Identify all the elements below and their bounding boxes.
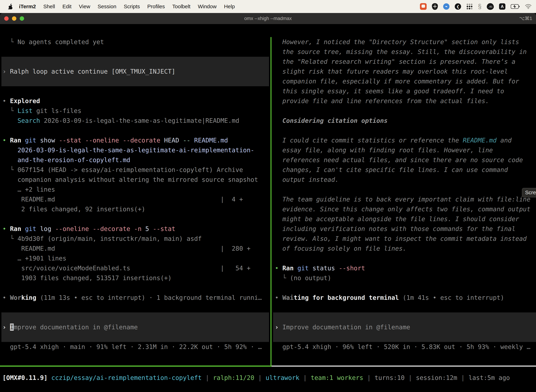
battery-icon[interactable] xyxy=(511,4,520,9)
battery-61-badge-icon[interactable]: ..61 xyxy=(487,3,494,10)
screen-share-tooltip[interactable]: Scre xyxy=(522,188,536,197)
left-pane-bottom-border xyxy=(0,365,272,367)
menu-item-toolbelt[interactable]: Toolbelt xyxy=(169,4,194,9)
title-bar[interactable]: omx --xhigh --madmax ⌥⌘1 xyxy=(0,13,536,24)
menu-item-session[interactable]: Session xyxy=(94,4,120,9)
menu-item-help[interactable]: Help xyxy=(220,4,239,9)
right-pane[interactable]: However, I noticed the "Directory Struct… xyxy=(273,37,536,352)
menu-item-view[interactable]: View xyxy=(75,4,94,9)
terminal-area[interactable]: └ No agents completed yet › Ralph loop a… xyxy=(0,24,536,392)
left-pane-lines: └ No agents completed yet › Ralph loop a… xyxy=(0,37,270,352)
menu-item-shell[interactable]: Shell xyxy=(40,4,59,9)
iterm-window: omx --xhigh --madmax ⌥⌘1 └ No agents com… xyxy=(0,13,536,392)
chat-badge-icon[interactable] xyxy=(420,3,427,10)
blue-badge-icon[interactable]: ⌁ xyxy=(443,3,450,10)
menu-item-iterm2[interactable]: iTerm2 xyxy=(17,4,40,9)
menu-item-edit[interactable]: Edit xyxy=(59,4,75,9)
menu-item-scripts[interactable]: Scripts xyxy=(120,4,144,9)
window-shortcut-badge: ⌥⌘1 xyxy=(519,13,532,24)
input-source-a-icon[interactable]: A xyxy=(499,3,505,10)
menu-item-profiles[interactable]: Profiles xyxy=(144,4,168,9)
menu-left: iTerm2 Shell Edit View Session Scripts P… xyxy=(0,4,239,9)
record-circle-icon[interactable]: ❮ xyxy=(455,3,461,10)
wifi-icon[interactable] xyxy=(525,4,531,9)
window-title: omx --xhigh --madmax xyxy=(0,13,536,24)
pane-divider[interactable] xyxy=(270,37,272,365)
dots-grid-icon[interactable] xyxy=(466,3,473,10)
omx-status-line: [OMX#0.11.9] cczip/essay/ai-reimplementa… xyxy=(0,373,536,383)
menu-item-window[interactable]: Window xyxy=(194,4,220,9)
left-pane[interactable]: └ No agents completed yet › Ralph loop a… xyxy=(0,37,270,352)
shield-grid-icon[interactable] xyxy=(432,3,438,10)
right-pane-bottom-border xyxy=(272,365,536,367)
menu-bar: iTerm2 Shell Edit View Session Scripts P… xyxy=(0,0,536,13)
hook-cable-icon[interactable]: § xyxy=(478,3,482,10)
apple-icon[interactable] xyxy=(7,4,14,9)
menu-status-icons: ⌁ ❮ § ..61 A xyxy=(420,3,536,10)
right-pane-lines: However, I noticed the "Directory Struct… xyxy=(273,37,536,352)
